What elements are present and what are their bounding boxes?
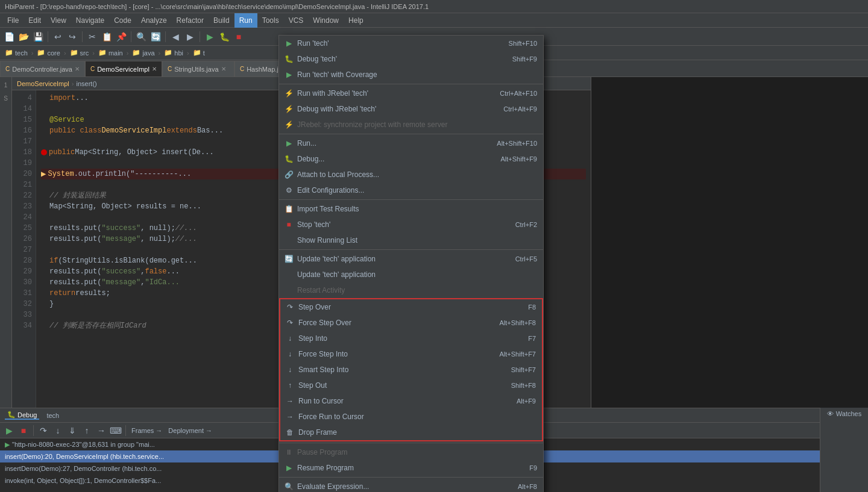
dd-sep-2 [279, 134, 543, 134]
dd-drop-frame[interactable]: 🗑 Drop Frame [280, 425, 542, 440]
toolbar-run[interactable]: ▶ [203, 30, 216, 43]
breadcrumb-method[interactable]: insert() [76, 80, 96, 87]
debug-step-out-btn[interactable]: ↑ [80, 424, 93, 437]
path-main[interactable]: 📁 main [98, 49, 123, 57]
dd-run-tech[interactable]: ▶ Run 'tech' Shift+F10 [279, 36, 543, 51]
dd-run-jrebel[interactable]: ⚡ Run with JRebel 'tech' Ctrl+Alt+F10 [279, 86, 543, 101]
toolbar-open[interactable]: 📂 [17, 30, 30, 43]
dd-force-step-into[interactable]: ↓ Force Step Into Alt+Shift+F7 [280, 346, 542, 362]
dd-update-app[interactable]: 🔄 Update 'tech' application Ctrl+F5 [279, 251, 543, 267]
toolbar-forward[interactable]: ▶ [183, 30, 197, 43]
dd-resume-program[interactable]: ▶ Resume Program F9 [279, 460, 543, 476]
menu-window[interactable]: Window [308, 13, 344, 28]
watches-label-container[interactable]: 👁 Watches [827, 410, 861, 417]
path-core[interactable]: 📁 core [37, 49, 60, 57]
debug-sep2 [125, 425, 126, 436]
toolbar-undo[interactable]: ↩ [51, 30, 64, 43]
left-sidebar: 1 S [0, 77, 12, 408]
debug-tab-debug[interactable]: 🐛 Debug [5, 411, 39, 420]
dd-debug-dots[interactable]: 🐛 Debug... Alt+Shift+F9 [279, 151, 543, 167]
toolbar-paste[interactable]: 📌 [115, 30, 128, 43]
dd-debug-jrebel[interactable]: ⚡ Debug with JRebel 'tech' Ctrl+Alt+F9 [279, 101, 543, 117]
tab-close-democontroller[interactable]: ✕ [75, 66, 80, 72]
jrebel-debug-icon: ⚡ [284, 104, 294, 114]
dd-run-dots[interactable]: ▶ Run... Alt+Shift+F10 [279, 135, 543, 151]
dd-evaluate-expr[interactable]: 🔍 Evaluate Expression... Alt+F8 [279, 479, 543, 492]
dd-force-run-to-cursor[interactable]: → Force Run to Cursor [280, 409, 542, 425]
toolbar-search[interactable]: 🔍 [134, 30, 148, 43]
toolbar-redo[interactable]: ↪ [66, 30, 79, 43]
menu-file[interactable]: File [2, 13, 24, 28]
dd-debug-section: ↷ Step Over F8 ↷ Force Step Over Alt+Shi… [279, 298, 543, 441]
dd-force-step-over[interactable]: ↷ Force Step Over Alt+Shift+F8 [280, 315, 542, 331]
tab-stringutils[interactable]: C StringUtils.java ✕ [162, 61, 234, 76]
dd-attach-local[interactable]: 🔗 Attach to Local Process... [279, 167, 543, 182]
dd-sep-1 [279, 84, 543, 84]
toolbar-sep-1 [48, 31, 48, 42]
deployment-tab[interactable]: Deployment → [166, 427, 215, 434]
dd-debug-tech[interactable]: 🐛 Debug 'tech' Shift+F9 [279, 51, 543, 67]
dd-smart-step-into[interactable]: ↓ Smart Step Into Shift+F7 [280, 362, 542, 378]
path-java[interactable]: 📁 java [132, 49, 154, 57]
debug-dots-icon: 🐛 [284, 154, 294, 164]
dd-step-over[interactable]: ↷ Step Over F8 [280, 299, 542, 315]
dd-reload-changed[interactable]: Update 'tech' application [279, 267, 543, 282]
dd-stop-tech[interactable]: ■ Stop 'tech' Ctrl+F2 [279, 217, 543, 232]
sidebar-project-icon[interactable]: 1 [1, 79, 11, 90]
menu-edit[interactable]: Edit [24, 13, 46, 28]
debug-sep [33, 425, 34, 436]
debug-run-to-cursor-btn[interactable]: → [95, 424, 108, 437]
resume-program-icon: ▶ [284, 463, 294, 473]
step-into-icon: ↓ [285, 334, 295, 343]
dd-step-into[interactable]: ↓ Step Into F7 [280, 331, 542, 346]
toolbar-cut[interactable]: ✂ [86, 30, 99, 43]
debug-stop-btn[interactable]: ■ [17, 424, 30, 437]
debug-step-over-btn[interactable]: ↷ [37, 424, 50, 437]
debug-force-step-into-btn[interactable]: ⇓ [66, 424, 79, 437]
toolbar-replace[interactable]: 🔄 [149, 30, 162, 43]
toolbar-new[interactable]: 📄 [2, 30, 16, 43]
toolbar-sep-4 [165, 31, 166, 42]
menu-run[interactable]: Run [234, 13, 257, 28]
toolbar-save[interactable]: 💾 [31, 30, 45, 43]
dd-step-out[interactable]: ↑ Step Out Shift+F8 [280, 378, 542, 393]
update-app-icon: 🔄 [284, 254, 294, 264]
tab-close-stringutils[interactable]: ✕ [221, 66, 226, 72]
breadcrumb-class[interactable]: DemoServiceImpl [17, 80, 69, 87]
debug-step-into-btn[interactable]: ↓ [51, 424, 64, 437]
tab-demoserviceimpl[interactable]: C DemoServiceImpl ✕ [85, 61, 162, 76]
debug-evaluate-btn[interactable]: ⌨ [109, 424, 122, 437]
menu-vcs[interactable]: VCS [284, 13, 309, 28]
run-dots-icon: ▶ [284, 139, 294, 148]
menu-refactor[interactable]: Refactor [172, 13, 209, 28]
dd-import-test[interactable]: 📋 Import Test Results [279, 201, 543, 217]
menu-code[interactable]: Code [109, 13, 136, 28]
tab-close-demoserviceimpl[interactable]: ✕ [152, 66, 157, 72]
tab-democontroller[interactable]: C DemoController.java ✕ [0, 61, 85, 76]
dd-edit-config[interactable]: ⚙ Edit Configurations... [279, 182, 543, 198]
frames-tab[interactable]: Frames → [129, 427, 165, 434]
menu-analyze[interactable]: Analyze [136, 13, 172, 28]
toolbar-copy[interactable]: 📋 [100, 30, 113, 43]
menu-help[interactable]: Help [344, 13, 368, 28]
menu-bar: File Edit View Navigate Code Analyze Ref… [0, 13, 868, 28]
path-src[interactable]: 📁 src [70, 49, 89, 57]
debug-resume-btn[interactable]: ▶ [2, 424, 16, 437]
menu-tools[interactable]: Tools [257, 13, 284, 28]
dd-run-coverage[interactable]: ▶ Run 'tech' with Coverage [279, 67, 543, 83]
toolbar-back[interactable]: ◀ [169, 30, 182, 43]
menu-build[interactable]: Build [209, 13, 234, 28]
menu-navigate[interactable]: Navigate [71, 13, 109, 28]
path-hbi[interactable]: 📁 hbi [164, 49, 183, 57]
toolbar-debug[interactable]: 🐛 [218, 30, 231, 43]
menu-view[interactable]: View [46, 13, 71, 28]
dd-show-running[interactable]: Show Running List [279, 232, 543, 248]
path-tech[interactable]: 📁 tech [5, 49, 28, 57]
path-t[interactable]: 📁 t [193, 49, 205, 57]
sidebar-structure-icon[interactable]: S [1, 93, 11, 104]
dd-run-to-cursor[interactable]: → Run to Cursor Alt+F9 [280, 393, 542, 409]
toolbar-stop[interactable]: ■ [232, 30, 245, 43]
debug-tab-tech[interactable]: tech [44, 412, 61, 419]
step-out-icon: ↑ [285, 381, 295, 390]
dd-jrebel-sync: ⚡ JRebel: synchronize project with remot… [279, 117, 543, 132]
